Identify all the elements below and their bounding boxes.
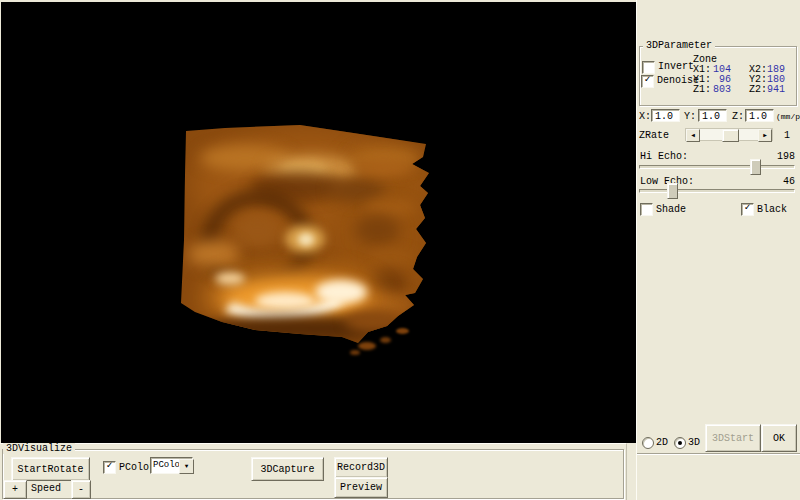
render-viewport[interactable]	[1, 2, 636, 443]
ok-button[interactable]: OK	[761, 424, 797, 452]
radio-3d[interactable]	[674, 437, 686, 449]
x-scale-input[interactable]: 1.0	[651, 109, 680, 122]
low-echo-value: 46	[757, 176, 795, 187]
capture-3d-button[interactable]: 3DCapture	[251, 457, 324, 481]
zrate-scrollbar[interactable]: ◀ ▶	[685, 128, 773, 141]
ultrasound-volume	[180, 120, 432, 355]
y-scale-input[interactable]: 1.0	[698, 109, 727, 122]
speed-plus-button[interactable]: +	[3, 480, 27, 499]
zone-z2-label: Z2:	[749, 84, 767, 95]
zrate-label: ZRate	[639, 130, 669, 141]
radio-3d-label: 3D	[688, 437, 700, 448]
invert-checkbox[interactable]	[642, 61, 655, 74]
low-echo-slider-track[interactable]	[639, 189, 795, 193]
shade-checkbox[interactable]	[640, 203, 653, 216]
zrate-scrollbar-thumb[interactable]	[722, 129, 739, 142]
x-scale-label: X:	[639, 111, 651, 122]
shade-label: Shade	[656, 204, 686, 215]
check-icon: ✓	[744, 202, 750, 213]
volume-blob	[355, 215, 400, 245]
volume-blob	[235, 215, 280, 247]
volume-blob	[330, 178, 385, 202]
volume-fragment	[350, 350, 360, 355]
volume-blob	[298, 233, 314, 246]
hi-echo-slider-thumb[interactable]	[750, 159, 761, 175]
volume-blob	[368, 250, 413, 265]
y-scale-label: Y:	[684, 111, 696, 122]
z-scale-label: Z:	[732, 111, 744, 122]
scroll-left-icon[interactable]: ◀	[686, 129, 700, 142]
black-checkbox[interactable]: ✓	[741, 203, 754, 216]
visualize-group-title: 3DVisualize	[3, 443, 75, 454]
zrate-value: 1	[784, 130, 790, 141]
check-icon: ✓	[644, 74, 650, 85]
volume-blob	[255, 292, 315, 310]
hi-echo-label: Hi Echo:	[640, 151, 688, 162]
visualize-panel: 3DVisualize StartRotate + Speed - ✓ PCol…	[0, 443, 627, 500]
panel-divider	[637, 453, 800, 455]
parameter-panel: 3DParameter Invert ✓ Denoise Zone X1: 10…	[636, 0, 800, 500]
dropdown-arrow-icon[interactable]: ▼	[179, 459, 194, 474]
start-rotate-button[interactable]: StartRotate	[11, 457, 90, 481]
scroll-right-icon[interactable]: ▶	[758, 129, 772, 142]
start-3d-button[interactable]: 3DStart	[705, 424, 761, 452]
volume-fragment	[380, 337, 391, 343]
volume-blob	[345, 310, 400, 332]
black-label: Black	[757, 204, 787, 215]
zone-z2-value: 941	[767, 84, 785, 95]
low-echo-slider-thumb[interactable]	[667, 183, 678, 199]
hi-echo-value: 198	[757, 151, 795, 162]
preview-button[interactable]: Preview	[334, 477, 388, 498]
volume-blob	[315, 280, 367, 304]
record-3d-button[interactable]: Record3D	[334, 457, 388, 478]
volume-fragment	[396, 328, 409, 334]
pcolor-checkbox[interactable]: ✓	[103, 461, 116, 474]
speed-label: Speed	[31, 483, 61, 494]
hi-echo-slider-track[interactable]	[639, 165, 795, 169]
volume-blob	[355, 160, 410, 176]
speed-minus-button[interactable]: -	[71, 480, 91, 499]
denoise-checkbox[interactable]: ✓	[641, 75, 654, 88]
radio-2d[interactable]	[642, 437, 654, 449]
z-scale-input[interactable]: 1.0	[745, 109, 774, 122]
zone-z1-value: 803	[709, 84, 731, 95]
check-icon: ✓	[106, 460, 112, 471]
volume-blob	[365, 200, 415, 216]
scale-unit-label: (mm/p)	[776, 112, 800, 121]
parameter-group-title: 3DParameter	[643, 40, 715, 51]
volume-fragment	[358, 342, 376, 350]
volume-blob	[215, 272, 245, 285]
app-window: { "colors": { "panel_bg": "#ece9d8", "va…	[0, 0, 800, 500]
radio-2d-label: 2D	[656, 437, 668, 448]
invert-label: Invert	[658, 61, 694, 72]
